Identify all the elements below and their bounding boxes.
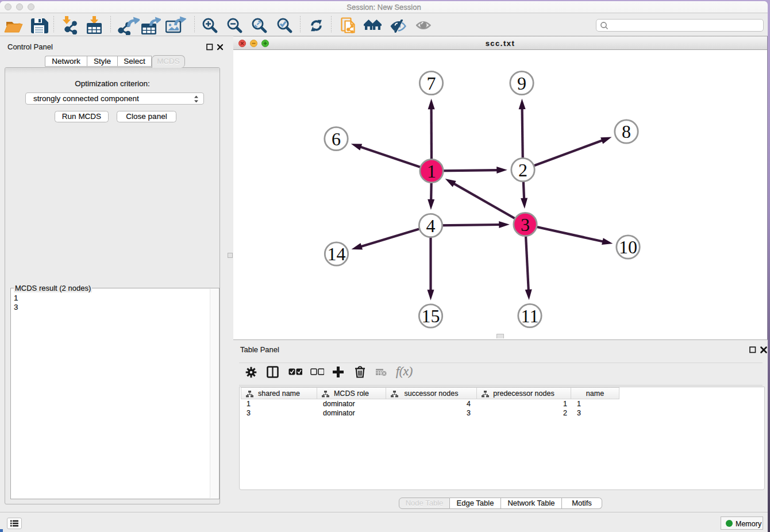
svg-text:6: 6 (332, 129, 341, 149)
svg-text:9: 9 (517, 73, 526, 94)
svg-text:14: 14 (328, 244, 346, 264)
svg-text:15: 15 (422, 306, 440, 326)
svg-text:7: 7 (427, 73, 436, 94)
svg-text:1: 1 (427, 161, 436, 182)
svg-text:4: 4 (426, 215, 436, 236)
svg-text:11: 11 (521, 306, 539, 326)
svg-text:3: 3 (521, 214, 530, 235)
svg-text:8: 8 (622, 121, 631, 142)
svg-text:2: 2 (518, 160, 528, 180)
svg-text:10: 10 (619, 237, 637, 257)
